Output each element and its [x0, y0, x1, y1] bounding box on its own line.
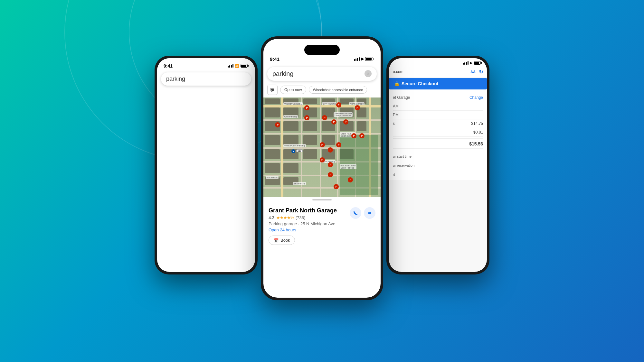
pin-16: P: [328, 172, 333, 177]
pin-3: P: [304, 115, 309, 120]
pin-13: P: [336, 142, 341, 147]
place-hours: Open 24 hours: [269, 227, 337, 232]
book-button[interactable]: 📅 Book: [269, 236, 295, 245]
wells-public-label: Wells Public Parking: [283, 144, 306, 147]
sp-north-label: SP+ Parking: [322, 102, 336, 105]
c-block-3: [303, 98, 317, 105]
north-garage-label: North Garage: [349, 102, 365, 105]
center-map[interactable]: Wacker Garage... One Parking SP+ Parking…: [263, 97, 381, 197]
left-wifi-icon: 📶: [235, 64, 239, 68]
lock-icon: 🔒: [394, 81, 400, 86]
scroll-indicator: [312, 199, 332, 200]
tax-value: $0.81: [473, 130, 483, 135]
svg-marker-6: [368, 211, 372, 215]
right-battery-icon: [474, 61, 482, 65]
rating-number: 4.3: [269, 215, 274, 220]
center-status-icons: ▶: [354, 57, 374, 61]
pin-9: P: [351, 133, 356, 138]
c-block-18: [357, 121, 366, 131]
start-time-row: AM: [393, 102, 483, 111]
c-block-7: [265, 107, 280, 117]
total-row: $15.56: [393, 138, 483, 149]
pin-2: P: [304, 105, 309, 110]
pin-18: P: [334, 184, 339, 189]
chip-wheelchair[interactable]: Wheelchair accessible entrance: [309, 86, 367, 94]
c-road-v0: [281, 97, 283, 197]
stars-icon: ★★★★½: [276, 215, 294, 220]
c-block-14: [283, 121, 298, 131]
garage-label: et Garage: [393, 95, 410, 100]
pin-6: P: [331, 119, 336, 125]
palmer-label: Palmer House ValetGarage – ParkABM: [334, 112, 353, 117]
svg-point-3: [271, 88, 272, 89]
pin-14: P: [320, 157, 325, 162]
phone-center: 9:41 ▶ parking: [261, 36, 383, 300]
checkout-button-label: Secure Checkout: [402, 81, 438, 86]
center-search-clear[interactable]: ×: [365, 70, 372, 77]
chip-open-now[interactable]: Open now: [280, 86, 306, 94]
place-card: Grant Park North Garage 4.3 ★★★★½ (736) …: [263, 202, 381, 250]
svg-point-5: [271, 90, 272, 91]
center-wifi-icon: ▶: [361, 57, 364, 61]
url-bar[interactable]: o.com: [393, 70, 403, 74]
pin-5: P: [355, 105, 360, 110]
pin-17: P: [348, 177, 353, 182]
phones-container: 9:41 📶 parking: [145, 36, 499, 326]
end-label: PM: [393, 113, 399, 117]
browser-actions: AA ↻: [470, 69, 483, 75]
pin-4: P: [336, 102, 341, 107]
left-signal-icon: [228, 64, 233, 68]
subtotal-row: s $14.75: [393, 119, 483, 128]
pin-1: P: [322, 115, 327, 120]
start-label: AM: [393, 104, 399, 108]
call-button[interactable]: [350, 207, 361, 219]
c-block-19: [265, 135, 280, 145]
print-info: rt: [393, 171, 483, 176]
dynamic-island: [304, 45, 340, 55]
c-block-21: [303, 135, 317, 145]
left-status-icons: 📶: [228, 64, 249, 68]
pin-7: P: [343, 119, 348, 125]
directions-button[interactable]: [364, 207, 375, 219]
aa-button[interactable]: AA: [470, 70, 476, 74]
checkout-content: et Garage Change AM PM s $14.75: [389, 89, 487, 180]
south-state-label: 651 South StateStreet Parking: [340, 164, 357, 169]
subtotal-value: $14.75: [471, 121, 483, 126]
rating-count: (736): [296, 215, 305, 220]
sp-parking2-label: SP+ Parking: [293, 182, 306, 185]
center-time: 9:41: [270, 56, 279, 62]
pin-11: P: [320, 142, 325, 147]
filter-icon[interactable]: [267, 85, 278, 95]
place-rating: 4.3 ★★★★½ (736): [269, 215, 337, 220]
right-signal-icon: [463, 61, 469, 65]
center-search-bar[interactable]: parking ×: [267, 67, 377, 81]
change-link[interactable]: Change: [469, 95, 483, 100]
place-type: Parking garage · 25 N Michigan Ave: [269, 221, 337, 226]
place-name: Grant Park North Garage: [269, 207, 337, 214]
place-action-icons: [350, 207, 375, 219]
pin-8: P: [275, 122, 280, 127]
secure-checkout-button[interactable]: 🔒 Secure Checkout: [389, 78, 487, 89]
c-block-15: [303, 121, 317, 131]
left-search-bar[interactable]: parking: [161, 72, 251, 86]
garage-row: et Garage Change: [393, 93, 483, 102]
phone-right-screen: ▶ o.com AA ↻ 🔒 Secure Checkout: [389, 58, 487, 272]
phone-right: ▶ o.com AA ↻ 🔒 Secure Checkout: [386, 56, 489, 274]
subtotal-label: s: [393, 121, 395, 126]
pin-10: P: [359, 133, 365, 138]
c-block-25: [303, 149, 317, 159]
start-time-info: ur start time: [393, 153, 483, 158]
route-badge: 110: [296, 149, 303, 152]
left-battery-icon: [241, 64, 249, 68]
c-block-1: [265, 98, 280, 105]
reservation-info: ur reservation: [393, 162, 483, 167]
right-status-icons: ▶: [463, 61, 482, 65]
center-search-text: parking: [272, 70, 365, 78]
polk-label: 763 W Polk: [266, 176, 278, 179]
book-action: 📅 Book: [269, 236, 375, 245]
filter-chips-bar: Open now Wheelchair accessible entrance: [263, 83, 381, 97]
tax-row: $0.81: [393, 128, 483, 137]
end-time-row: PM: [393, 111, 483, 119]
pin-15: P: [328, 162, 333, 167]
refresh-button[interactable]: ↻: [479, 69, 483, 75]
